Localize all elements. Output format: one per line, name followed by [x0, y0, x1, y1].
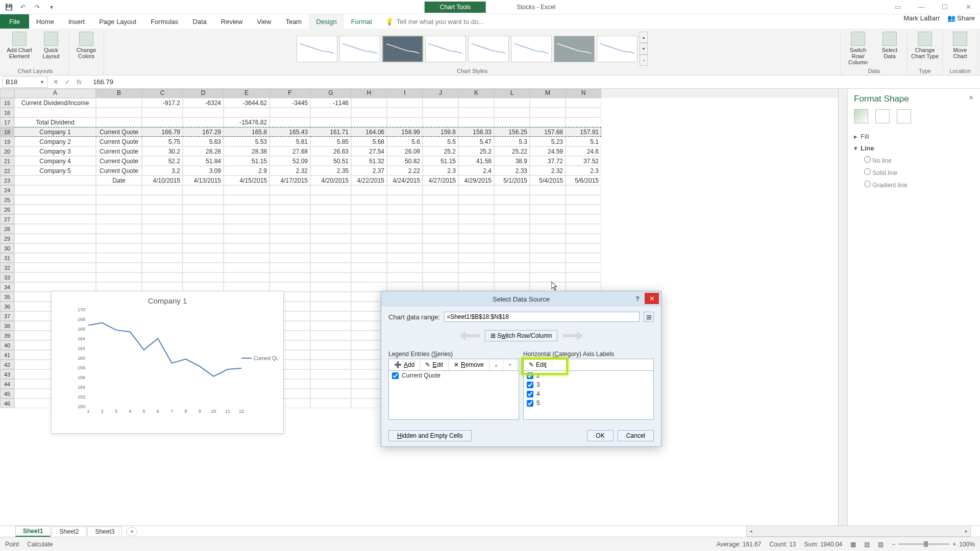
cell[interactable]	[387, 234, 423, 243]
select-all-corner[interactable]	[0, 89, 14, 98]
cell[interactable]	[387, 263, 423, 272]
cell[interactable]: 26.09	[387, 146, 423, 156]
cell[interactable]	[494, 234, 530, 243]
cell[interactable]	[142, 108, 183, 117]
cell[interactable]	[183, 272, 224, 282]
row-header[interactable]: 23	[0, 176, 14, 185]
cell[interactable]	[530, 185, 566, 195]
cell[interactable]	[270, 195, 310, 205]
row-header[interactable]: 25	[0, 195, 14, 205]
cell[interactable]	[530, 214, 566, 224]
cell[interactable]	[142, 234, 183, 243]
tab-review[interactable]: Review	[214, 14, 250, 29]
cell[interactable]: 167.29	[183, 127, 224, 137]
cell[interactable]	[458, 263, 494, 272]
cell[interactable]	[14, 185, 96, 195]
select-data-button[interactable]: Select Data	[875, 30, 904, 59]
cell[interactable]: 38.9	[494, 156, 530, 166]
column-header[interactable]: A	[14, 89, 96, 98]
worksheet[interactable]: ABCDEFGHIJKLMN 15Current Dividend/Income…	[0, 89, 838, 537]
edit-series-button[interactable]: ✎Edit	[420, 359, 449, 370]
cell[interactable]	[494, 205, 530, 214]
cell[interactable]	[458, 214, 494, 224]
cell[interactable]	[96, 185, 142, 195]
cell[interactable]: Current Quote	[96, 166, 142, 176]
close-icon[interactable]: ✕	[957, 0, 980, 14]
cell[interactable]	[423, 214, 458, 224]
cell[interactable]: 51.32	[351, 156, 387, 166]
cell[interactable]	[96, 243, 142, 253]
cell[interactable]	[14, 176, 96, 185]
cell[interactable]	[530, 243, 566, 253]
column-header[interactable]: K	[458, 89, 494, 98]
cell[interactable]	[14, 195, 96, 205]
move-up-button[interactable]: ▴	[489, 359, 503, 370]
zoom-level[interactable]: 100%	[959, 541, 975, 548]
cell[interactable]	[423, 98, 458, 108]
tab-formulas[interactable]: Formulas	[143, 14, 185, 29]
series-checkbox[interactable]	[392, 372, 399, 379]
cell[interactable]	[494, 98, 530, 108]
cell[interactable]	[270, 117, 310, 127]
cell[interactable]: 159.8	[423, 127, 458, 137]
cell[interactable]	[183, 214, 224, 224]
row-header[interactable]: 27	[0, 214, 14, 224]
cell[interactable]	[14, 214, 96, 224]
cell[interactable]: 2.32	[530, 166, 566, 176]
user-name[interactable]: Mark LaBarr	[903, 14, 940, 22]
cell[interactable]	[14, 234, 96, 243]
cell[interactable]	[183, 117, 224, 127]
cell[interactable]: Date	[96, 176, 142, 185]
cell[interactable]	[142, 117, 183, 127]
cell[interactable]: 2.9	[224, 166, 270, 176]
horizontal-scrollbar[interactable]: ◂▸	[746, 525, 971, 537]
row-header[interactable]: 20	[0, 146, 14, 156]
effects-tab-icon[interactable]	[875, 109, 890, 123]
cell[interactable]	[423, 205, 458, 214]
cell[interactable]: 4/10/2015	[142, 176, 183, 185]
legend-list[interactable]: Current Quote	[388, 371, 519, 420]
cell[interactable]	[96, 263, 142, 272]
view-normal-icon[interactable]: ▦	[850, 541, 856, 548]
cell[interactable]	[224, 243, 270, 253]
cell[interactable]	[310, 350, 351, 360]
enter-formula-icon[interactable]: ✓	[65, 78, 70, 86]
help-icon[interactable]: ?	[631, 293, 644, 304]
tab-format[interactable]: Format	[344, 14, 379, 29]
cell[interactable]	[14, 243, 96, 253]
cell[interactable]	[494, 224, 530, 234]
cell[interactable]	[310, 205, 351, 214]
cancel-formula-icon[interactable]: ✕	[53, 78, 59, 86]
cell[interactable]	[530, 108, 566, 117]
ribbon-options-icon[interactable]: ▭	[886, 0, 910, 14]
column-header[interactable]: H	[351, 89, 387, 98]
cell[interactable]	[423, 263, 458, 272]
cell[interactable]: Current Quote	[96, 146, 142, 156]
cell[interactable]	[270, 253, 310, 263]
chart-title[interactable]: Company 1	[52, 291, 283, 307]
cell[interactable]	[566, 263, 601, 272]
cell[interactable]	[566, 253, 601, 263]
hidden-cells-button[interactable]: Hidden and Empty Cells	[388, 430, 472, 441]
cell[interactable]	[183, 195, 224, 205]
cell[interactable]: 27.54	[351, 146, 387, 156]
column-header[interactable]: D	[183, 89, 224, 98]
edit-axis-labels-button[interactable]: ✎Edit	[524, 359, 552, 370]
cell[interactable]	[458, 117, 494, 127]
cell[interactable]	[530, 272, 566, 282]
cell[interactable]	[566, 108, 601, 117]
row-header[interactable]: 22	[0, 166, 14, 176]
cell[interactable]: 25.2	[458, 146, 494, 156]
cell[interactable]	[310, 389, 351, 398]
cell[interactable]	[566, 195, 601, 205]
row-header[interactable]: 46	[0, 398, 14, 408]
cell[interactable]	[310, 117, 351, 127]
cell[interactable]	[310, 108, 351, 117]
fx-icon[interactable]: fx	[77, 78, 82, 86]
row-header[interactable]: 29	[0, 234, 14, 243]
cell[interactable]	[530, 98, 566, 108]
cell[interactable]: 4/24/2015	[387, 176, 423, 185]
cell[interactable]	[310, 311, 351, 321]
cell[interactable]	[270, 224, 310, 234]
cell[interactable]	[310, 282, 351, 292]
